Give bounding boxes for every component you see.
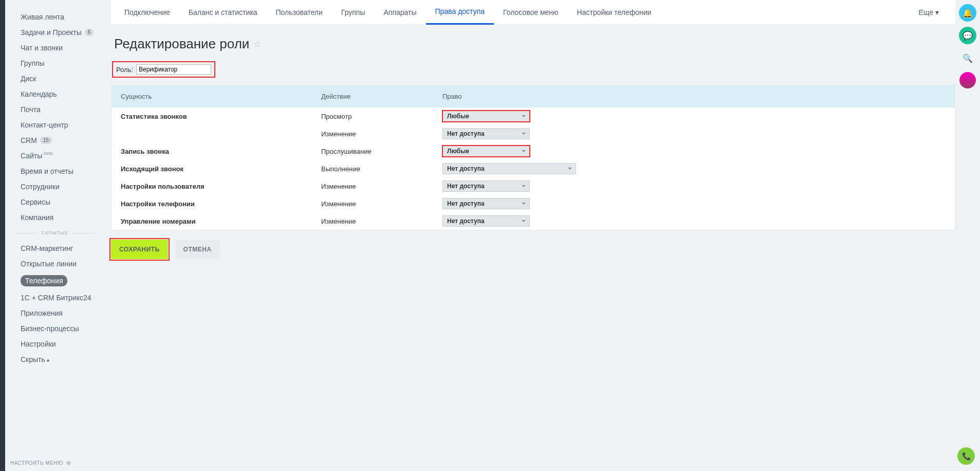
table-row: Исходящий звонокВыполнениеНет доступа [112, 160, 955, 177]
permission-select[interactable]: Нет доступа [442, 163, 576, 174]
sidebar-item[interactable]: Контакт-центр [5, 117, 105, 133]
sidebar-item[interactable]: Диск [5, 71, 105, 86]
save-button[interactable]: СОХРАНИТЬ [111, 240, 168, 259]
chat-rail-button[interactable]: 💬 [959, 27, 976, 44]
sidebar-item-label: 1С + CRM Битрикс24 [21, 294, 91, 302]
sidebar-item[interactable]: Группы [5, 56, 105, 71]
table-header: Сущность Действие Право [112, 85, 955, 107]
sidebar-badge: 6 [85, 29, 94, 36]
cancel-button[interactable]: ОТМЕНА [175, 240, 220, 259]
permission-select[interactable]: Любые [442, 146, 530, 157]
sidebar-item[interactable]: Бизнес-процессы [5, 321, 105, 336]
tab[interactable]: Группы [332, 0, 375, 25]
sidebar-item-label: Диск [21, 75, 36, 83]
sidebar-item-label: Телефония [21, 275, 67, 286]
sidebar-item[interactable]: Живая лента [5, 9, 105, 25]
th-action: Действие [321, 93, 442, 100]
action-cell: Изменение [321, 218, 442, 225]
sidebar-item-label: Задачи и Проекты [21, 28, 82, 37]
tab[interactable]: Пользователи [266, 0, 331, 25]
sidebar-item[interactable]: Открытые линии [5, 256, 105, 271]
sidebar-item-label: Группы [21, 59, 45, 67]
tab[interactable]: Настройки телефонии [568, 0, 661, 25]
sidebar-item[interactable]: Сотрудники [5, 179, 105, 194]
sidebar-item-label: Скрыть [21, 355, 45, 364]
sidebar-item-label: Сервисы [21, 198, 50, 206]
sidebar-item[interactable]: 1С + CRM Битрикс24 [5, 290, 105, 305]
table-row: Настройки пользователяИзменениеНет досту… [112, 177, 955, 195]
sidebar-item-label: Живая лента [21, 13, 64, 21]
permission-select[interactable]: Нет доступа [442, 215, 530, 227]
sidebar-item[interactable]: Сервисы [5, 194, 105, 210]
sidebar: Живая лентаЗадачи и Проекты6Чат и звонки… [5, 0, 105, 471]
permission-cell: Нет доступа [442, 215, 946, 227]
sidebar-item[interactable]: Телефония [5, 271, 105, 290]
star-icon[interactable]: ☆ [253, 39, 262, 50]
table-row: Статистика звонковПросмотрЛюбые [112, 107, 955, 125]
th-permission: Право [442, 93, 946, 100]
permission-select[interactable]: Любые [442, 111, 530, 122]
table-row: Запись звонкаПрослушиваниеЛюбые [112, 142, 955, 160]
sidebar-item-label: CRM-маркетинг [21, 244, 73, 252]
action-cell: Выполнение [321, 165, 442, 173]
sidebar-item[interactable]: CRM15 [5, 133, 105, 148]
permission-cell: Любые [442, 146, 946, 157]
permission-cell: Нет доступа [442, 163, 946, 174]
right-rail: 🔔 💬 🔍 📞 [955, 0, 980, 471]
entity-cell: Запись звонка [121, 148, 321, 155]
role-label: Роль: [116, 66, 133, 74]
search-icon: 🔍 [963, 53, 973, 63]
permission-cell: Нет доступа [442, 128, 946, 139]
beta-badge: beta [44, 151, 53, 156]
tab[interactable]: Баланс и статистика [179, 0, 267, 25]
role-input[interactable] [136, 64, 211, 75]
sidebar-item[interactable]: CRM-маркетинг [5, 241, 105, 256]
th-entity: Сущность [121, 93, 321, 100]
sidebar-item[interactable]: Время и отчеты [5, 164, 105, 179]
phone-widget-button[interactable]: 📞 [957, 447, 975, 465]
sidebar-item-label: Почта [21, 105, 41, 114]
permission-select[interactable]: Нет доступа [442, 128, 530, 139]
sidebar-item[interactable]: Сайтыbeta [5, 148, 105, 164]
chat-icon: 💬 [963, 31, 973, 41]
tab[interactable]: Аппараты [375, 0, 426, 25]
sidebar-item-label: Открытые линии [21, 260, 77, 268]
action-cell: Просмотр [321, 113, 442, 120]
sidebar-item[interactable]: Почта [5, 102, 105, 117]
top-tabs: ПодключениеБаланс и статистикаПользовате… [111, 0, 955, 25]
sidebar-item[interactable]: Настройки [5, 336, 105, 352]
bell-icon: 🔔 [963, 8, 973, 18]
configure-menu-button[interactable]: НАСТРОИТЬ МЕНЮ ⚙ [10, 460, 71, 466]
permission-select[interactable]: Нет доступа [442, 198, 530, 209]
permission-select[interactable]: Нет доступа [442, 180, 530, 192]
tab[interactable]: Права доступа [426, 0, 494, 25]
sidebar-item[interactable]: Задачи и Проекты6 [5, 25, 105, 40]
avatar[interactable] [959, 72, 976, 88]
action-buttons: СОХРАНИТЬ ОТМЕНА [111, 240, 955, 259]
sidebar-item-label: Приложения [21, 309, 63, 317]
action-cell: Изменение [321, 130, 442, 138]
sidebar-item[interactable]: Скрыть▴ [5, 352, 105, 367]
sidebar-item-label: Календарь [21, 90, 57, 98]
sidebar-item-label: Сайты [21, 152, 42, 160]
sidebar-item[interactable]: Компания [5, 210, 105, 225]
sidebar-item-label: CRM [21, 136, 37, 144]
entity-cell: Настройки пользователя [121, 183, 321, 190]
search-rail-button[interactable]: 🔍 [959, 49, 976, 67]
notifications-button[interactable]: 🔔 [959, 4, 976, 22]
entity-cell: Настройки телефонии [121, 200, 321, 208]
tab[interactable]: Подключение [115, 0, 179, 25]
entity-cell: Управление номерами [121, 218, 321, 225]
action-cell: Изменение [321, 200, 442, 208]
sidebar-item[interactable]: Календарь [5, 86, 105, 102]
tab[interactable]: Голосовое меню [494, 0, 568, 25]
left-edge-bar [0, 0, 5, 471]
sidebar-item[interactable]: Чат и звонки [5, 40, 105, 56]
sidebar-item[interactable]: Приложения [5, 305, 105, 321]
sidebar-hidden-divider: СКРЫТЫЕ [5, 225, 105, 241]
sidebar-item-label: Бизнес-процессы [21, 324, 79, 333]
sidebar-item-label: Настройки [21, 340, 56, 348]
permission-cell: Нет доступа [442, 198, 946, 209]
action-cell: Прослушивание [321, 148, 442, 155]
tab-more[interactable]: Еще▾ [919, 8, 952, 16]
